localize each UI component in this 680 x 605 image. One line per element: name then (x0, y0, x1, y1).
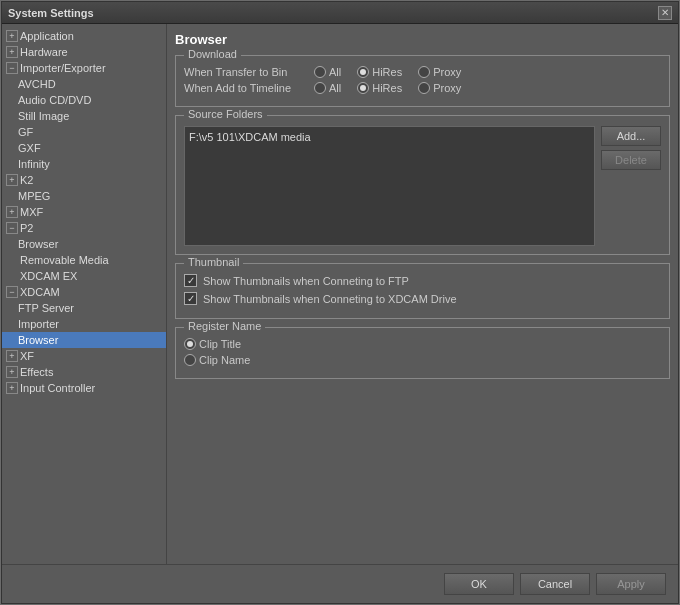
add-to-timeline-options: All HiRes Proxy (314, 82, 461, 94)
radio-inner-selected (360, 85, 366, 91)
clip-title-row: Clip Title (184, 338, 661, 350)
radio-hires-transfer[interactable]: HiRes (357, 66, 402, 78)
folder-path: F:\v5 101\XDCAM media (189, 131, 311, 143)
sidebar-item-gf[interactable]: GF (2, 124, 166, 140)
radio-proxy-timeline[interactable]: Proxy (418, 82, 461, 94)
radio-label: HiRes (372, 66, 402, 78)
add-button[interactable]: Add... (601, 126, 661, 146)
expander-input-controller: + (6, 382, 18, 394)
radio-clip-name[interactable]: Clip Name (184, 354, 250, 366)
radio-label: Proxy (433, 66, 461, 78)
expander-importer-exporter: − (6, 62, 18, 74)
radio-clip-title[interactable]: Clip Title (184, 338, 241, 350)
sidebar-item-label: XDCAM (20, 286, 60, 298)
sidebar-item-importer-exporter[interactable]: − Importer/Exporter (2, 60, 166, 76)
folder-buttons: Add... Delete (601, 126, 661, 246)
sidebar-item-label: Application (20, 30, 74, 42)
sidebar-item-xdcam[interactable]: − XDCAM (2, 284, 166, 300)
checkbox-ftp[interactable]: ✓ (184, 274, 197, 287)
download-group-content: When Transfer to Bin All HiRes (184, 66, 661, 94)
radio-all-timeline[interactable]: All (314, 82, 341, 94)
sidebar-item-label: GXF (18, 142, 41, 154)
radio-proxy-transfer[interactable]: Proxy (418, 66, 461, 78)
sidebar-item-label: P2 (20, 222, 33, 234)
sidebar-item-removable-media[interactable]: Removable Media (2, 252, 166, 268)
sidebar-item-xf[interactable]: + XF (2, 348, 166, 364)
sidebar-item-label: Still Image (18, 110, 69, 122)
expander-effects: + (6, 366, 18, 378)
sidebar-item-still-image[interactable]: Still Image (2, 108, 166, 124)
thumbnail-content: ✓ Show Thumbnails when Conneting to FTP … (184, 274, 661, 305)
radio-outer (357, 82, 369, 94)
sidebar-item-label: XDCAM EX (6, 270, 77, 282)
sidebar-item-mxf[interactable]: + MXF (2, 204, 166, 220)
close-button[interactable]: ✕ (658, 6, 672, 20)
sidebar-item-label: Audio CD/DVD (18, 94, 91, 106)
cancel-button[interactable]: Cancel (520, 573, 590, 595)
sidebar-item-label: GF (18, 126, 33, 138)
transfer-to-bin-row: When Transfer to Bin All HiRes (184, 66, 661, 78)
sidebar-item-input-controller[interactable]: + Input Controller (2, 380, 166, 396)
radio-label: All (329, 82, 341, 94)
sidebar-item-application[interactable]: + Application (2, 28, 166, 44)
source-folders-group: Source Folders F:\v5 101\XDCAM media Add… (175, 115, 670, 255)
sidebar-item-browser-p2[interactable]: Browser (2, 236, 166, 252)
expander-mxf: + (6, 206, 18, 218)
sidebar-item-importer[interactable]: Importer (2, 316, 166, 332)
radio-hires-timeline[interactable]: HiRes (357, 82, 402, 94)
expander-hardware: + (6, 46, 18, 58)
checkmark-ftp: ✓ (187, 276, 195, 286)
thumbnail-ftp-row[interactable]: ✓ Show Thumbnails when Conneting to FTP (184, 274, 661, 287)
delete-button[interactable]: Delete (601, 150, 661, 170)
sidebar-item-xdcam-ex[interactable]: XDCAM EX (2, 268, 166, 284)
sidebar-item-label: Importer/Exporter (20, 62, 106, 74)
transfer-to-bin-label: When Transfer to Bin (184, 66, 314, 78)
radio-outer (418, 82, 430, 94)
transfer-to-bin-options: All HiRes Proxy (314, 66, 461, 78)
add-to-timeline-label: When Add to Timeline (184, 82, 314, 94)
radio-label: Proxy (433, 82, 461, 94)
radio-outer (418, 66, 430, 78)
thumbnail-group-label: Thumbnail (184, 256, 243, 268)
sidebar-item-label: Removable Media (6, 254, 109, 266)
sidebar-item-label: XF (20, 350, 34, 362)
sidebar-item-label: MPEG (18, 190, 50, 202)
thumbnail-group: Thumbnail ✓ Show Thumbnails when Conneti… (175, 263, 670, 319)
content-area: + Application + Hardware − Importer/Expo… (2, 24, 678, 564)
system-settings-dialog: System Settings ✕ + Application + Hardwa… (1, 1, 679, 604)
sidebar-item-label: AVCHD (18, 78, 56, 90)
sidebar-item-mpeg[interactable]: MPEG (2, 188, 166, 204)
radio-all-transfer[interactable]: All (314, 66, 341, 78)
checkbox-xdcam[interactable]: ✓ (184, 292, 197, 305)
sidebar-item-hardware[interactable]: + Hardware (2, 44, 166, 60)
sidebar-item-k2[interactable]: + K2 (2, 172, 166, 188)
sidebar-item-label: Infinity (18, 158, 50, 170)
sidebar-item-ftp-server[interactable]: FTP Server (2, 300, 166, 316)
ok-button[interactable]: OK (444, 573, 514, 595)
expander-xf: + (6, 350, 18, 362)
bottom-bar: OK Cancel Apply (2, 564, 678, 603)
register-name-content: Clip Title Clip Name (184, 338, 661, 366)
sidebar-item-gxf[interactable]: GXF (2, 140, 166, 156)
radio-label: Clip Name (199, 354, 250, 366)
sidebar-item-avchd[interactable]: AVCHD (2, 76, 166, 92)
main-panel: Browser Download When Transfer to Bin Al… (167, 24, 678, 564)
sidebar-item-audio-cd-dvd[interactable]: Audio CD/DVD (2, 92, 166, 108)
radio-outer (314, 66, 326, 78)
register-name-label: Register Name (184, 320, 265, 332)
expander-k2: + (6, 174, 18, 186)
sidebar-item-p2[interactable]: − P2 (2, 220, 166, 236)
register-name-group: Register Name Clip Title Clip (175, 327, 670, 379)
sidebar-item-label: Hardware (20, 46, 68, 58)
sidebar-item-browser[interactable]: Browser (2, 332, 166, 348)
expander-p2: − (6, 222, 18, 234)
sidebar-item-effects[interactable]: + Effects (2, 364, 166, 380)
sidebar-item-label: Browser (18, 334, 58, 346)
thumbnail-xdcam-row[interactable]: ✓ Show Thumbnails when Conneting to XDCA… (184, 292, 661, 305)
sidebar-item-infinity[interactable]: Infinity (2, 156, 166, 172)
sidebar-item-label: Importer (18, 318, 59, 330)
folder-list[interactable]: F:\v5 101\XDCAM media (184, 126, 595, 246)
panel-title: Browser (175, 32, 670, 47)
apply-button[interactable]: Apply (596, 573, 666, 595)
radio-outer (184, 338, 196, 350)
